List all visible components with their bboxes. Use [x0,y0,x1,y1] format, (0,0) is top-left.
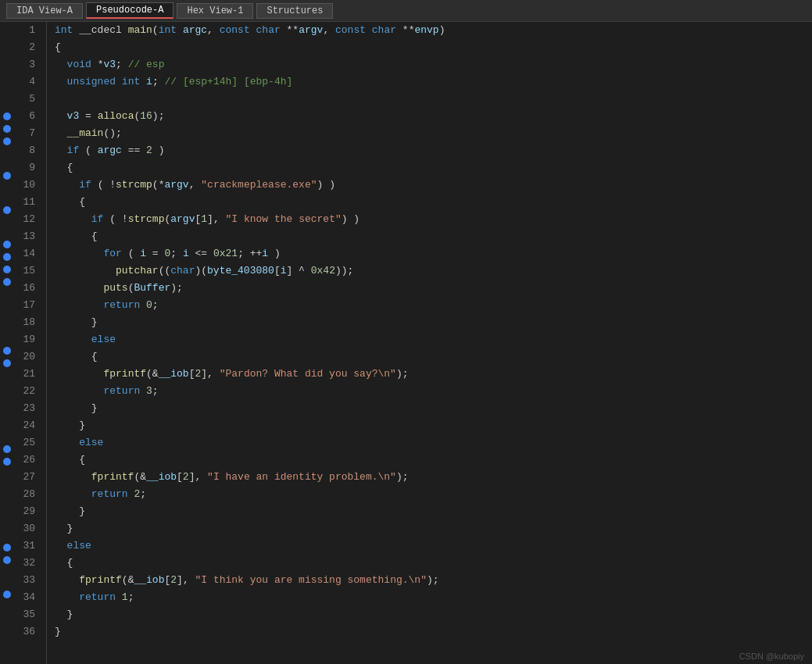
code-line-11: { [55,194,812,211]
code-line-25: else [55,434,812,452]
line-number: 29 [14,503,40,520]
tab-pseudocode[interactable]: Pseudocode-A [86,2,173,19]
line-number: 25 [14,434,40,452]
breakpoint-dot [3,172,11,180]
code-line-20: { [55,348,812,366]
breakpoint-empty [0,22,14,39]
breakpoint-dot [3,556,11,564]
breakpoint-empty [0,39,14,56]
line-number: 4 [14,73,40,91]
line-number: 16 [14,280,40,297]
breakpoint-empty [0,569,14,586]
code-line-36: } [55,623,812,641]
breakpoint-dot [3,591,11,598]
line-number: 24 [14,417,40,434]
breakpoint-dot [3,206,11,214]
line-number: 36 [14,623,40,641]
code-line-9: { [55,159,812,177]
breakpoint-empty [0,487,14,505]
line-number: 27 [14,469,40,486]
code-container: 1234567891011121314151617181920212223242… [0,22,812,664]
code-line-17: return 0; [55,297,812,314]
line-number: 17 [14,297,40,314]
breakpoint-empty [0,372,14,389]
line-number: 22 [14,383,40,400]
breakpoint-dot [3,137,11,145]
tab-structures[interactable]: Structures [256,3,333,19]
line-number: 8 [14,142,40,159]
breakpoint-empty [0,389,14,406]
code-line-7: __main(); [55,125,812,142]
line-number: 34 [14,589,40,606]
code-line-2: { [55,39,812,56]
code-line-24: } [55,417,812,434]
code-line-6: v3 = alloca(16); [55,108,812,125]
code-line-8: if ( argc == 2 ) [55,142,812,159]
breakpoint-dot [3,359,11,367]
breakpoint-empty [0,219,14,236]
line-number: 2 [14,39,40,56]
breakpoint-empty [0,91,14,108]
code-line-3: void *v3; // esp [55,56,812,73]
breakpoint-empty [0,406,14,423]
breakpoint-dot [3,253,11,261]
breakpoint-dot [3,544,11,552]
breakpoint-dot [3,241,11,248]
code-line-32: { [55,555,812,572]
line-number: 15 [14,262,40,280]
line-number: 1 [14,22,40,39]
breakpoints-column [0,22,14,664]
breakpoint-empty [0,522,14,539]
code-line-22: return 3; [55,383,812,400]
breakpoint-empty [0,325,14,342]
line-number: 11 [14,194,40,211]
code-line-10: if ( !strcmp(*argv, "crackmeplease.exe")… [55,177,812,194]
code-line-33: fprintf(&__iob[2], "I think you are miss… [55,572,812,589]
line-number: 19 [14,331,40,348]
tab-hex-view[interactable]: Hex View-1 [177,3,253,19]
code-line-34: return 1; [55,589,812,606]
line-number: 12 [14,211,40,228]
breakpoint-dot [3,458,11,466]
breakpoint-empty [0,505,14,522]
line-number: 9 [14,159,40,177]
breakpoint-dot [3,266,11,273]
line-number: 35 [14,606,40,623]
line-number: 30 [14,520,40,537]
header-tabs: IDA View-A Pseudocode-A Hex View-1 Struc… [0,0,812,22]
breakpoint-empty [0,150,14,167]
line-number: 5 [14,91,40,108]
breakpoint-empty [0,423,14,441]
code-line-21: fprintf(&__iob[2], "Pardon? What did you… [55,366,812,383]
code-line-23: } [55,400,812,417]
tab-ida-view[interactable]: IDA View-A [6,3,83,19]
breakpoint-dot [3,445,11,453]
line-number: 13 [14,228,40,245]
line-number: 31 [14,537,40,555]
code-line-35: } [55,606,812,623]
breakpoint-dot [3,125,11,133]
line-number: 18 [14,314,40,331]
watermark: CSDN @kubopiy [739,652,804,661]
code-line-5 [55,91,812,108]
line-number: 20 [14,348,40,366]
code-line-14: for ( i = 0; i <= 0x21; ++i ) [55,245,812,262]
breakpoint-empty [0,56,14,73]
code-line-18: } [55,314,812,331]
breakpoint-empty [0,73,14,91]
line-number: 32 [14,555,40,572]
code-line-4: unsigned int i; // [esp+14h] [ebp-4h] [55,73,812,91]
line-number: 7 [14,125,40,142]
line-number: 23 [14,400,40,417]
line-number: 6 [14,108,40,125]
breakpoint-empty [0,308,14,325]
breakpoint-dot [3,347,11,355]
code-line-31: else [55,537,812,555]
code-line-19: else [55,331,812,348]
code-line-30: } [55,520,812,537]
line-number: 3 [14,56,40,73]
code-area: int __cdecl main(int argc, const char **… [47,22,812,664]
code-line-12: if ( !strcmp(argv[1], "I know the secret… [55,211,812,228]
line-number: 26 [14,452,40,469]
code-line-13: { [55,228,812,245]
